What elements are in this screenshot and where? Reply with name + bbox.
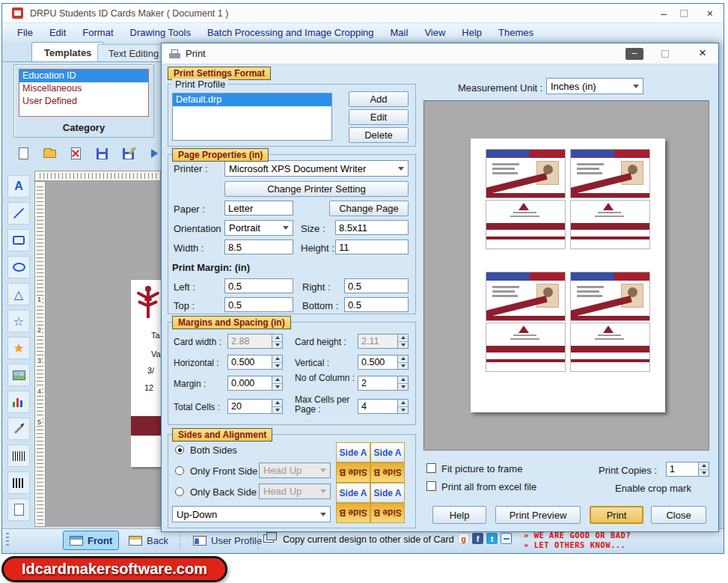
updown-select[interactable]: Up-Down [172, 506, 331, 522]
star-filled-tool-button[interactable]: ★ [7, 337, 30, 359]
help-button[interactable]: Help [432, 506, 486, 524]
category-item-miscellaneous[interactable]: Miscellaneous [19, 82, 148, 95]
open-button[interactable] [40, 144, 59, 163]
dialog-maximize-button[interactable] [661, 50, 669, 58]
spin-down-button[interactable] [272, 363, 282, 370]
spin-up-button[interactable] [398, 376, 408, 384]
menu-help[interactable]: Help [462, 27, 482, 38]
rectangle-tool-button[interactable] [7, 229, 30, 251]
width-input[interactable]: 8.5 [224, 239, 293, 254]
image-tool-button[interactable] [7, 364, 30, 386]
spin-up-button[interactable] [398, 355, 408, 363]
spin-down-button[interactable] [398, 363, 408, 370]
profile-listbox[interactable]: Default.drp [172, 93, 332, 141]
tab-text-editing[interactable]: Text Editing [97, 44, 170, 62]
app-maximize-button[interactable] [680, 10, 688, 17]
menu-drawing-tools[interactable]: Drawing Tools [130, 27, 191, 38]
change-printer-setting-button[interactable]: Change Printer Setting [224, 181, 409, 197]
margin-right-input[interactable]: 0.5 [344, 278, 409, 293]
spin-up-button[interactable] [699, 463, 709, 470]
spin-down-button[interactable] [699, 470, 709, 477]
change-page-button[interactable]: Change Page [329, 201, 409, 216]
user-profile-button[interactable]: User Profile [187, 531, 268, 550]
fit-picture-label[interactable]: Fit picture to frame [441, 463, 522, 474]
menu-edit[interactable]: Edit [49, 27, 66, 38]
copy-design-label[interactable]: Copy current design to other side of Car… [283, 534, 454, 545]
blank-page-tool-button[interactable] [7, 498, 30, 521]
horizontal-spinner[interactable]: 0.500 [227, 355, 283, 370]
enable-crop-mark-label[interactable]: Enable crop mark [615, 483, 691, 494]
total-cells-spinner[interactable]: 20 [227, 399, 283, 414]
print-button[interactable]: Print [590, 506, 643, 524]
margin-top-input[interactable]: 0.5 [224, 297, 293, 312]
radio-both-sides[interactable] [175, 445, 184, 454]
delete-document-button[interactable] [66, 144, 85, 163]
print-preview-button[interactable]: Print Preview [495, 506, 581, 524]
id-card-design[interactable] [131, 280, 161, 467]
spin-down-button[interactable] [398, 384, 408, 391]
both-sides-label[interactable]: Both Sides [190, 445, 237, 456]
max-cells-spinner[interactable]: 4 [358, 399, 409, 414]
edit-profile-button[interactable]: Edit [349, 109, 409, 125]
dialog-minimize-button[interactable]: – [625, 48, 643, 60]
only-front-side-label[interactable]: Only Front Side [190, 466, 257, 477]
menu-format[interactable]: Format [82, 27, 113, 38]
star-tool-button[interactable]: ☆ [7, 310, 30, 332]
new-document-button[interactable] [13, 144, 33, 163]
social-icon-google[interactable]: g [458, 533, 469, 544]
template-category-listbox[interactable]: Education ID Miscellaneous User Defined [19, 69, 149, 117]
menu-view[interactable]: View [424, 27, 445, 38]
spacing-margin-spinner[interactable]: 0.000 [227, 376, 283, 391]
chart-tool-button[interactable] [7, 391, 30, 413]
back-side-button[interactable]: Back [123, 531, 174, 550]
design-canvas[interactable]: Ta Va 3/ 12 [46, 181, 161, 527]
menu-mail[interactable]: Mail [391, 27, 409, 38]
vertical-spinner[interactable]: 0.500 [358, 355, 409, 370]
orientation-select[interactable]: Portrait [224, 220, 293, 236]
menu-batch-processing[interactable]: Batch Processing and Image Cropping [207, 27, 374, 38]
save-as-button[interactable] [118, 144, 138, 163]
spin-down-button[interactable] [398, 407, 408, 414]
spin-up-button[interactable] [272, 355, 282, 363]
text-tool-button[interactable]: A [7, 175, 30, 198]
print-excel-checkbox[interactable] [426, 481, 436, 491]
only-back-side-label[interactable]: Only Back Side [190, 486, 257, 498]
spin-up-button[interactable] [398, 400, 408, 407]
height-input[interactable]: 11 [335, 239, 409, 254]
triangle-tool-button[interactable]: △ [7, 283, 30, 305]
save-button[interactable] [92, 144, 111, 163]
app-close-button[interactable]: × [707, 7, 713, 20]
barcode2-tool-button[interactable] [7, 471, 30, 494]
size-input[interactable]: 8.5x11 [335, 220, 409, 235]
printer-select[interactable]: Microsoft XPS Document Writer [224, 160, 409, 177]
close-button[interactable]: Close [651, 506, 706, 524]
measurement-unit-select[interactable]: Inches (in) [546, 78, 643, 94]
social-icon-facebook[interactable]: f [472, 533, 483, 544]
add-profile-button[interactable]: Add [349, 91, 409, 107]
margin-left-input[interactable]: 0.5 [224, 278, 293, 293]
fit-picture-checkbox[interactable] [426, 463, 436, 473]
menu-themes[interactable]: Themes [498, 27, 533, 38]
radio-only-front-side[interactable] [175, 466, 184, 475]
paper-input[interactable]: Letter [224, 201, 293, 216]
pen-tool-button[interactable] [7, 418, 30, 440]
line-tool-button[interactable] [7, 202, 30, 225]
feedback-marquee[interactable]: » WE ARE GOOD OR BAD? » LET OTHERS KNOW.… [524, 531, 696, 550]
spin-down-button[interactable] [272, 384, 282, 391]
social-icon-twitter[interactable]: t [486, 533, 498, 544]
profile-item-default[interactable]: Default.drp [173, 94, 331, 106]
margin-bottom-input[interactable]: 0.5 [344, 297, 409, 312]
delete-profile-button[interactable]: Delete [349, 127, 409, 143]
social-icon-chat[interactable] [501, 533, 512, 544]
app-minimize-button[interactable]: – [661, 7, 667, 20]
category-item-user-defined[interactable]: User Defined [19, 95, 148, 108]
category-item-education-id[interactable]: Education ID [19, 70, 148, 82]
print-copies-spinner[interactable]: 1 [666, 462, 709, 477]
spin-up-button[interactable] [272, 376, 282, 384]
tab-templates[interactable]: Templates [31, 42, 104, 62]
front-side-button[interactable]: Front [63, 531, 119, 550]
spin-down-button[interactable] [272, 407, 282, 414]
barcode-tool-button[interactable] [7, 445, 30, 467]
print-excel-label[interactable]: Print all from excel file [441, 481, 536, 492]
radio-only-back-side[interactable] [175, 487, 184, 496]
